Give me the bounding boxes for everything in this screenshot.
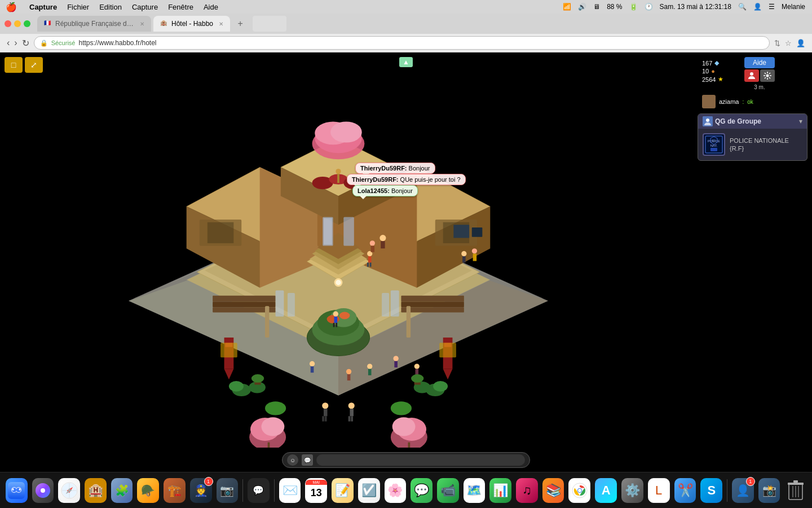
tab1-close[interactable]: ✕ [140, 21, 144, 27]
svg-point-105 [322, 402, 328, 409]
url-box[interactable]: 🔒 Sécurisé https://www.habbo.fr/hotel [34, 36, 770, 50]
svg-point-120 [411, 374, 423, 383]
back-button[interactable]: ‹ [7, 38, 10, 48]
bookmark-icon[interactable]: ☆ [785, 39, 792, 47]
quick-action-1[interactable] [744, 69, 759, 82]
svg-rect-116 [473, 253, 477, 261]
svg-point-13 [392, 417, 416, 436]
dock-chrome[interactable] [568, 478, 590, 503]
dock-blocks2[interactable]: 🏗️ [164, 478, 186, 503]
badge-count: 1 [204, 477, 213, 486]
dock-reminders[interactable]: ☑️ [358, 478, 380, 503]
tab-republique[interactable]: 🇫🇷 République Française de Habb... ✕ [37, 16, 151, 32]
menu-extra[interactable]: ☰ [769, 3, 775, 11]
dock-mail[interactable]: ✉️ [279, 478, 301, 503]
menu-fenetre[interactable]: Fenêtre [168, 3, 193, 11]
dock-numbers[interactable]: 📊 [489, 478, 511, 503]
menu-capture-app[interactable]: Capture [29, 3, 57, 11]
dock-finder[interactable] [6, 478, 28, 503]
top-hint-arrow: ▲ [399, 57, 413, 67]
game-scene [0, 81, 677, 448]
wifi-icon[interactable]: 📶 [563, 3, 571, 11]
group-header[interactable]: QG de Groupe ▾ [698, 114, 807, 129]
tab1-favicon: 🇫🇷 [44, 20, 52, 28]
forward-button[interactable]: › [14, 38, 17, 48]
dock-messages[interactable]: 💬 [411, 478, 433, 503]
message-1: Bonjour [407, 165, 430, 172]
svg-point-97 [346, 369, 351, 374]
chat-input-field[interactable] [316, 454, 525, 466]
timer-display: 3 m. [744, 83, 775, 91]
svg-rect-89 [333, 323, 335, 327]
menu-capture[interactable]: Capture [132, 3, 158, 11]
chat-bubble-2: ThierryDu59RF: QUe puis-je pour toi ? [347, 174, 466, 185]
help-button[interactable]: Aide [744, 57, 775, 68]
extension-icon[interactable]: 👤 [796, 39, 805, 47]
dock-skype[interactable]: S [700, 478, 722, 503]
window-maximize[interactable] [24, 20, 30, 27]
group-dropdown-icon[interactable]: ▾ [799, 117, 802, 125]
fullscreen-button[interactable]: ⤢ [25, 57, 43, 73]
dock-person-badge[interactable]: 👤 1 [732, 478, 754, 503]
screen-icon[interactable]: 🖥 [593, 3, 600, 11]
reload-button[interactable]: ↻ [22, 38, 29, 49]
search-icon[interactable]: 🔍 [738, 3, 747, 11]
dock-separator [242, 479, 243, 502]
dock-siri[interactable] [32, 478, 54, 503]
svg-point-95 [310, 361, 315, 366]
svg-point-126 [706, 119, 709, 122]
dock-habbo[interactable]: 🏨 [85, 478, 107, 503]
dock-notes[interactable]: 📝 [332, 478, 354, 503]
dock-hardhat[interactable]: 🪖 [137, 478, 159, 503]
dock-maps[interactable]: 🗺️ [464, 478, 486, 503]
dock-facetime[interactable]: 📹 [437, 478, 459, 503]
dock-music[interactable]: ♫ [516, 478, 538, 503]
chat-bubble-3: Lola12455: Bonjour [352, 185, 418, 196]
apple-menu[interactable]: 🍎 [6, 2, 17, 12]
dock-systemprefs[interactable]: ⚙️ [621, 478, 643, 503]
online-status-bar: aziama : ok [698, 93, 807, 110]
dock-xcode[interactable]: ✂️ [674, 478, 696, 503]
group-panel: QG de Groupe ▾ POLICE NAT. [698, 113, 807, 161]
dock-appstore[interactable]: A [595, 478, 617, 503]
user-avatar[interactable]: 👤 [753, 3, 762, 11]
dock-photos[interactable]: 🌸 [385, 478, 407, 503]
dock-calendar[interactable]: MAI 13 [305, 478, 327, 503]
dock-blocks[interactable]: 🧩 [111, 478, 133, 503]
dock-books[interactable]: 📚 [542, 478, 564, 503]
svg-point-87 [333, 312, 338, 317]
tab-hotel[interactable]: 🏨 Hôtel - Habbo ✕ [153, 16, 230, 32]
svg-rect-98 [347, 374, 351, 380]
game-chat-bar[interactable]: ☺ 💬 [282, 452, 530, 468]
new-tab-button[interactable]: + [232, 16, 248, 32]
bookmark-sync-icon[interactable]: ⇅ [774, 39, 780, 47]
volume-icon[interactable]: 🔊 [578, 3, 586, 11]
menu-edition[interactable]: Edition [99, 3, 122, 11]
svg-point-103 [414, 364, 420, 369]
dock-camera[interactable]: 📷 [217, 478, 239, 503]
group-name: POLICE NATIONALE {R.F} [730, 137, 789, 152]
chat-mode-btn[interactable]: 💬 [302, 454, 313, 466]
menu-aide[interactable]: Aide [204, 3, 218, 11]
menu-fichier[interactable]: Fichier [67, 3, 89, 11]
dock-badge-icon[interactable]: 👮 1 [190, 478, 212, 503]
window-minimize[interactable] [14, 20, 21, 27]
svg-rect-114 [462, 256, 466, 262]
message-2: QUe puis-je pour toi ? [399, 176, 461, 183]
svg-rect-86 [370, 262, 372, 266]
dock-camera-right[interactable]: 📸 [758, 478, 780, 503]
dock-lasso[interactable]: L [648, 478, 670, 503]
tab2-close[interactable]: ✕ [219, 21, 223, 27]
dock-chat-bar[interactable]: 💬 [248, 478, 270, 503]
dock-trash[interactable] [784, 478, 806, 503]
svg-point-30 [339, 312, 350, 319]
svg-rect-71 [220, 343, 237, 357]
quick-action-gear[interactable] [760, 69, 775, 82]
view-toggle-button[interactable]: □ [5, 57, 23, 73]
bronze-value: 10 [702, 68, 709, 75]
window-close[interactable] [5, 20, 11, 27]
chat-emoticon-btn[interactable]: ☺ [287, 454, 298, 466]
svg-point-109 [348, 402, 355, 409]
dock-safari[interactable] [58, 478, 80, 503]
browser-chrome: 🇫🇷 République Française de Habb... ✕ 🏨 H… [0, 14, 812, 52]
